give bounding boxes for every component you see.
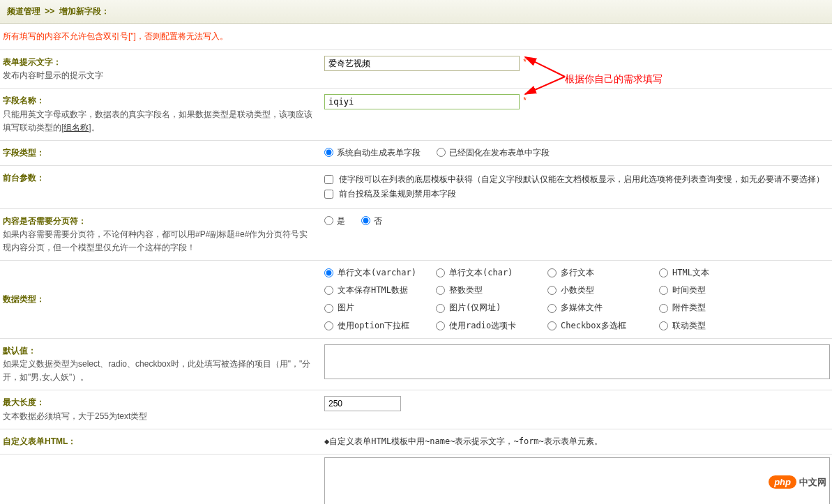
dtype-varchar[interactable]: 单行文本(varchar)	[324, 266, 436, 280]
custom-html-textarea[interactable]	[324, 457, 830, 504]
radio-auto-generate[interactable]: 系统自动生成表单字段	[324, 148, 421, 158]
custom-html-hint: ◆自定义表单HTML模板中用~name~表示提示文字，~form~表示表单元素。	[324, 436, 603, 446]
label-prompt-desc: 发布内容时显示的提示文字	[3, 69, 313, 82]
checkbox-disable-front-label: 前台投稿及采集规则禁用本字段	[339, 188, 456, 201]
max-length-input[interactable]	[324, 396, 401, 411]
checkbox-list-template-label: 使字段可以在列表的底层模板中获得（自定义字段默认仅能在文档模板显示，启用此选项将…	[339, 173, 824, 186]
radio-yes-input[interactable]	[324, 216, 333, 225]
label-pagination: 内容是否需要分页符：	[3, 215, 313, 228]
dtype-int[interactable]: 整数类型	[436, 284, 547, 297]
radio-no-input[interactable]	[361, 216, 370, 225]
label-default-desc: 如果定义数据类型为select、radio、checkbox时，此处填写被选择的…	[3, 358, 313, 384]
radio-yes[interactable]: 是	[324, 216, 345, 226]
php-pill: php	[769, 475, 796, 489]
required-star: *	[523, 96, 527, 105]
default-value-textarea[interactable]	[324, 344, 830, 379]
breadcrumb-root[interactable]: 频道管理	[7, 6, 40, 16]
label-field-desc-b: ]。	[89, 123, 99, 132]
dtype-media[interactable]: 多媒体文件	[547, 301, 659, 314]
label-front-params: 前台参数：	[3, 173, 45, 183]
label-max-length: 最大长度：	[3, 396, 313, 409]
dtype-time[interactable]: 时间类型	[659, 284, 771, 297]
breadcrumb-sep: >>	[45, 6, 54, 16]
radio-auto-generate-input[interactable]	[324, 148, 333, 157]
field-name-input[interactable]	[324, 94, 520, 109]
label-custom-html: 自定义表单HTML：	[3, 436, 76, 446]
dtype-text-html[interactable]: 文本保存HTML数据	[324, 284, 436, 297]
breadcrumb-header: 频道管理 >> 增加新字段：	[0, 0, 832, 24]
label-data-type: 数据类型：	[3, 294, 45, 304]
dtype-float[interactable]: 小数类型	[547, 284, 659, 297]
label-field-name: 字段名称：	[3, 94, 313, 107]
label-field-type: 字段类型：	[3, 148, 45, 158]
required-star: *	[523, 57, 527, 67]
dtype-htmltext[interactable]: HTML文本	[659, 266, 771, 280]
label-default-value: 默认值：	[3, 344, 313, 358]
breadcrumb-current: 增加新字段：	[59, 6, 109, 16]
dtype-attachment[interactable]: 附件类型	[659, 301, 771, 314]
php-cn-logo: php 中文网	[769, 475, 826, 489]
label-pagination-desc: 如果内容需要需要分页符，不论何种内容，都可以用#P#副标题#e#作为分页符号实现…	[3, 228, 313, 254]
label-field-desc-a: 只能用英文字母或数字，数据表的真实字段名，如果数据类型是联动类型，该项应该填写联…	[3, 109, 312, 132]
form-table: 表单提示文字： 发布内容时显示的提示文字 * 字段名称： 只能用英文字母或数字，…	[0, 50, 832, 504]
label-prompt-text: 表单提示文字：	[3, 56, 313, 69]
dtype-linkage[interactable]: 联动类型	[659, 319, 771, 333]
dtype-radio[interactable]: 使用radio选项卡	[436, 319, 547, 333]
prompt-text-input[interactable]	[324, 56, 520, 71]
checkbox-list-template[interactable]	[324, 175, 333, 184]
radio-fixed-form-input[interactable]	[437, 148, 446, 157]
group-name-link[interactable]: 组名称	[63, 123, 89, 132]
radio-fixed-form[interactable]: 已经固化在发布表单中字段	[437, 148, 550, 158]
dtype-image-url[interactable]: 图片(仅网址)	[436, 301, 547, 314]
dtype-option[interactable]: 使用option下拉框	[324, 319, 436, 333]
dtype-multiline[interactable]: 多行文本	[547, 266, 659, 280]
dtype-char[interactable]: 单行文本(char)	[436, 266, 547, 280]
label-max-length-desc: 文本数据必须填写，大于255为text类型	[3, 410, 313, 423]
dtype-image[interactable]: 图片	[324, 301, 436, 314]
checkbox-disable-front[interactable]	[324, 190, 333, 199]
radio-no[interactable]: 否	[361, 216, 382, 226]
dtype-checkbox[interactable]: Checkbox多选框	[547, 319, 659, 333]
warning-text: 所有填写的内容不允许包含双引号["]，否则配置将无法写入。	[0, 24, 832, 50]
php-logo-text: 中文网	[799, 476, 826, 489]
data-type-grid: 单行文本(varchar) 单行文本(char) 多行文本 HTML文本 文本保…	[324, 266, 830, 333]
